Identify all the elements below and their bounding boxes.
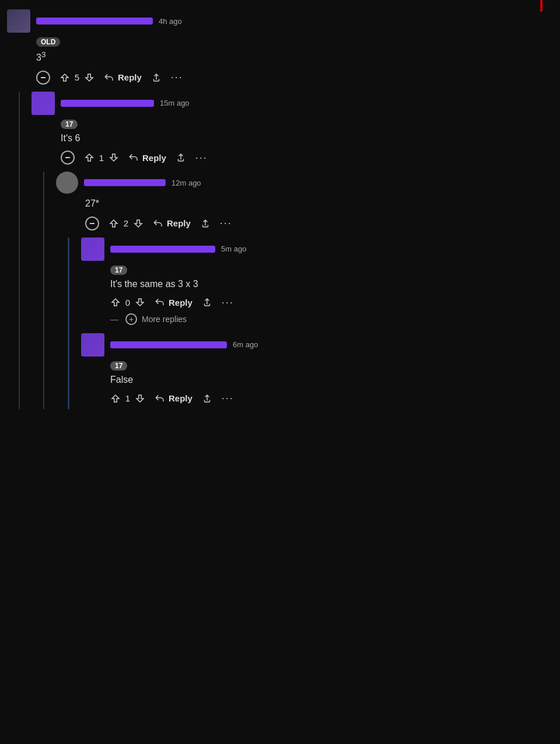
collapse-button-root[interactable]	[36, 71, 50, 85]
upvote-button-reply1[interactable]	[84, 152, 94, 163]
vote-group-reply3: 0	[110, 297, 145, 308]
share-button-reply2[interactable]	[200, 218, 211, 229]
comment-reply1: 15m ago 17 It's 6	[32, 92, 553, 169]
vote-count-root: 5	[74, 72, 80, 82]
share-button-reply3[interactable]	[202, 297, 212, 308]
badge-reply1: 17	[61, 120, 78, 129]
downvote-button-reply4[interactable]	[135, 393, 145, 404]
badge-reply3: 17	[110, 266, 127, 275]
vote-count-reply2: 2	[123, 218, 130, 228]
comment-header-reply2: 12m ago	[56, 172, 553, 194]
upvote-button-reply4[interactable]	[110, 393, 121, 404]
comment-header-reply4: 6m ago	[81, 333, 553, 357]
timestamp-root: 4h ago	[159, 17, 182, 26]
reply-button-reply2[interactable]: Reply	[153, 218, 191, 229]
downvote-button-reply1[interactable]	[108, 152, 119, 163]
action-bar-reply1: 1 Reply	[61, 151, 553, 165]
timestamp-reply1: 15m ago	[160, 99, 190, 107]
avatar-reply1	[32, 92, 55, 115]
comment-text-root: 33	[36, 50, 553, 65]
comment-thread: 4h ago OLD 33	[0, 0, 560, 421]
username-redacted-reply3	[110, 246, 215, 253]
timestamp-reply4: 6m ago	[233, 340, 258, 349]
downvote-button-root[interactable]	[84, 72, 94, 83]
avatar-root	[7, 9, 30, 33]
reply-button-reply1[interactable]: Reply	[128, 152, 166, 163]
avatar-reply2	[56, 172, 78, 194]
action-bar-reply2: 2 Reply	[85, 216, 553, 230]
username-redacted-reply4	[110, 341, 227, 348]
collapse-button-reply2[interactable]	[85, 216, 99, 230]
comment-reply2: 12m ago 27*	[56, 172, 553, 235]
comment-body-reply4: 17 False 1	[110, 360, 553, 409]
share-button-reply4[interactable]	[202, 393, 212, 404]
badge-reply4: 17	[110, 361, 127, 371]
vote-group-reply1: 1	[84, 152, 119, 163]
downvote-button-reply2[interactable]	[133, 218, 144, 229]
comment-header-reply3: 5m ago	[81, 237, 553, 261]
comment-text-reply3: It's the same as 3 x 3	[110, 278, 553, 291]
more-options-button-root[interactable]: ···	[171, 71, 183, 83]
upvote-button-root[interactable]	[60, 72, 70, 83]
comment-body-reply3: 17 It's the same as 3 x 3 0	[110, 264, 553, 331]
comment-text-reply4: False	[110, 373, 553, 386]
vote-count-reply3: 0	[124, 298, 131, 308]
more-options-button-reply3[interactable]: ···	[222, 296, 234, 309]
share-button-root[interactable]	[151, 72, 162, 83]
badge-old: OLD	[36, 37, 60, 47]
reply-button-root[interactable]: Reply	[104, 72, 142, 83]
username-redacted-root	[36, 18, 153, 25]
comment-body-reply1: 17 It's 6 1	[61, 118, 553, 169]
username-redacted-reply2	[84, 179, 166, 186]
vote-count-reply4: 1	[124, 393, 131, 403]
superscript-root: 3	[41, 50, 46, 59]
vote-group-root: 5	[60, 72, 94, 83]
downvote-button-reply3[interactable]	[135, 297, 145, 308]
vote-count-reply1: 1	[98, 153, 105, 163]
comment-root: 4h ago OLD 33	[7, 9, 553, 89]
comment-reply3: 5m ago 17 It's the same as 3 x 3	[81, 237, 553, 331]
reply3-section: 5m ago 17 It's the same as 3 x 3	[68, 237, 553, 410]
action-bar-root: 5 Reply	[36, 71, 553, 85]
more-options-button-reply1[interactable]: ···	[195, 152, 208, 164]
action-bar-reply4: 1 Reply	[110, 392, 553, 404]
reply-button-reply3[interactable]: Reply	[155, 297, 192, 308]
timestamp-reply2: 12m ago	[172, 179, 201, 187]
avatar-reply3	[81, 237, 104, 261]
more-replies-label: More replies	[142, 315, 187, 324]
reply-button-reply4[interactable]: Reply	[155, 393, 192, 404]
more-options-button-reply4[interactable]: ···	[222, 392, 234, 404]
upvote-button-reply3[interactable]	[110, 297, 121, 308]
share-button-reply1[interactable]	[176, 152, 186, 163]
timestamp-reply3: 5m ago	[221, 244, 246, 253]
avatar-reply4	[81, 333, 104, 357]
more-replies-button[interactable]: — + More replies	[110, 313, 553, 325]
comment-header-reply1: 15m ago	[32, 92, 553, 115]
action-bar-reply3: 0 Reply	[110, 296, 553, 309]
comment-header-root: 4h ago	[7, 9, 553, 33]
reply2-section: 12m ago 27*	[43, 172, 553, 409]
comment-reply4: 6m ago 17 False	[81, 333, 553, 409]
comment-text-reply2: 27*	[85, 197, 553, 210]
comment-body-reply2: 27* 2	[85, 197, 553, 235]
more-options-button-reply2[interactable]: ···	[220, 217, 232, 229]
comment-body-root: OLD 33 5	[36, 36, 553, 89]
username-redacted-reply1	[61, 100, 154, 107]
comment-text-reply1: It's 6	[61, 132, 553, 145]
more-replies-icon: +	[125, 313, 137, 325]
upvote-button-reply2[interactable]	[108, 218, 119, 229]
collapse-button-reply1[interactable]	[61, 151, 75, 165]
reply1-section: 15m ago 17 It's 6	[19, 92, 553, 410]
vote-group-reply2: 2	[108, 218, 144, 229]
vote-group-reply4: 1	[110, 393, 145, 404]
